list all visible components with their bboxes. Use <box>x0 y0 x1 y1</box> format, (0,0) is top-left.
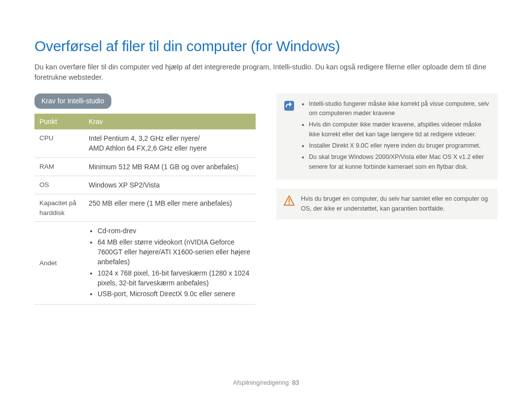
warning-box: Hvis du bruger en computer, du selv har … <box>276 188 498 219</box>
note-item: Du skal bruge Windows 2000/XP/Vista elle… <box>309 153 491 172</box>
cell-label: RAM <box>34 157 84 176</box>
right-column: Intelli-studio fungerer måske ikke korre… <box>276 93 498 305</box>
note-item: Intelli-studio fungerer måske ikke korre… <box>309 99 491 119</box>
cell-label: Kapacitet på harddisk <box>34 194 84 222</box>
requirements-table: Punkt Krav CPU Intel Pentium 4, 3,2 GHz … <box>34 114 256 305</box>
footer-page-number: 83 <box>292 379 299 386</box>
warning-icon <box>284 195 295 206</box>
note-item: Hvis din computer ikke møder kravene, af… <box>309 120 491 139</box>
table-row: RAM Minimum 512 MB RAM (1 GB og over anb… <box>34 157 256 176</box>
cell-value: Windows XP SP2/Vista <box>84 176 256 194</box>
cell-value: Minimum 512 MB RAM (1 GB og over anbefal… <box>84 157 256 176</box>
intro-text: Du kan overføre filer til din computer v… <box>34 62 498 83</box>
note-item: Installer Direkt X 9.0C eller nyere inde… <box>309 141 491 151</box>
svg-point-3 <box>289 203 290 205</box>
page-footer: Afspilning/redigering 83 <box>0 378 532 387</box>
table-row: OS Windows XP SP2/Vista <box>34 176 256 194</box>
cell-label: CPU <box>34 129 84 157</box>
cell-value: Intel Pentium 4, 3,2 GHz eller nyere/ AM… <box>84 129 256 157</box>
list-item: 64 MB eller større videokort (nVIDIA Gef… <box>98 237 251 267</box>
note-icon <box>284 100 295 114</box>
table-row: Andet Cd-rom-drev 64 MB eller større vid… <box>34 222 256 304</box>
table-row: CPU Intel Pentium 4, 3,2 GHz eller nyere… <box>34 129 256 157</box>
note-box: Intelli-studio fungerer måske ikke korre… <box>276 93 498 180</box>
list-item: 1024 x 768 pixel, 16-bit farveskærm (128… <box>98 268 251 288</box>
warning-text: Hvis du bruger en computer, du selv har … <box>301 194 491 214</box>
list-item: USB-port, Microsoft DirectX 9.0c eller s… <box>98 289 251 299</box>
cell-value: 250 MB eller mere (1 MB eller mere anbef… <box>84 194 256 222</box>
cell-label: OS <box>34 176 84 194</box>
table-row: Kapacitet på harddisk 250 MB eller mere … <box>34 194 256 222</box>
footer-section: Afspilning/redigering <box>233 379 289 386</box>
table-head-right: Krav <box>84 114 256 129</box>
left-column: Krav for Intelli-studio Punkt Krav CPU I… <box>34 93 256 305</box>
list-item: Cd-rom-drev <box>98 226 251 236</box>
page-title: Overførsel af filer til din computer (fo… <box>34 35 498 57</box>
table-head-left: Punkt <box>34 114 84 129</box>
cell-label: Andet <box>34 222 84 304</box>
cell-value: Cd-rom-drev 64 MB eller større videokort… <box>84 222 256 304</box>
section-heading: Krav for Intelli-studio <box>34 93 111 109</box>
